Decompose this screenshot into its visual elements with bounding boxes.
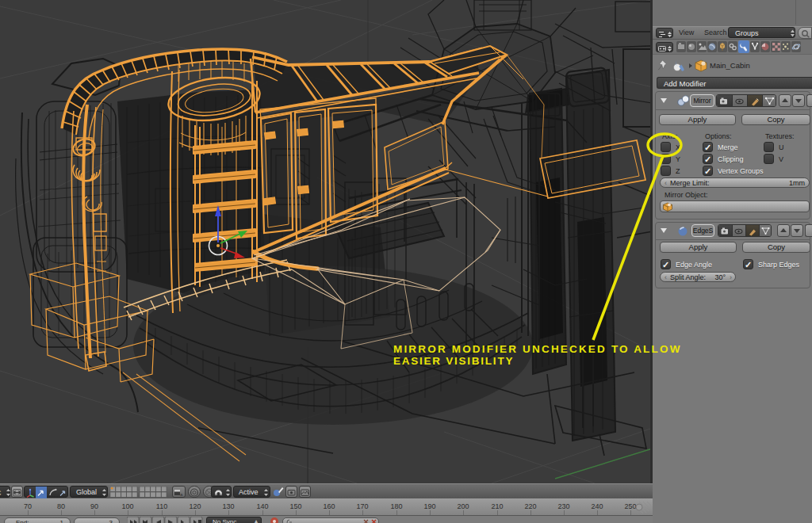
svg-text:C: C [0, 489, 2, 497]
svg-text:Main_Cabin: Main_Cabin [710, 61, 750, 70]
svg-text:a: a [180, 492, 183, 497]
